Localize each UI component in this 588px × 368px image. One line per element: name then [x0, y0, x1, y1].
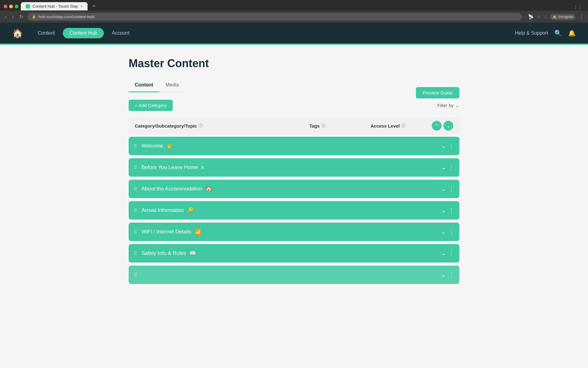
category-info-icon[interactable]: ⓘ — [199, 123, 203, 128]
nav-link-content-hub[interactable]: Content Hub — [63, 28, 104, 38]
row-menu-button[interactable]: ⋮ — [448, 185, 454, 193]
forward-button[interactable]: › — [11, 13, 15, 21]
bell-icon[interactable]: 🔔 — [568, 29, 576, 37]
category-row-safety[interactable]: ⠿ Safety Info & Rules 📖 ⌄ ⋮ — [129, 244, 459, 263]
drag-handle[interactable]: ⠿ — [134, 165, 137, 171]
access-info-icon[interactable]: ⓘ — [401, 123, 405, 128]
drag-handle[interactable]: ⠿ — [134, 229, 137, 235]
filter-by-dropdown[interactable]: Filter by ⌄ — [437, 103, 459, 108]
th-tags-label: Tags — [309, 123, 320, 128]
row-right-accommodation: ⌄ ⋮ — [441, 185, 454, 193]
address-text: hub.touchstay.com/content-hub/ — [39, 14, 95, 19]
tab-media[interactable]: Media — [159, 79, 185, 92]
cast-icon[interactable]: 📡 — [528, 14, 534, 20]
expand-icon[interactable]: ⌄ — [441, 250, 446, 257]
expand-icon[interactable]: ⌄ — [441, 186, 446, 192]
browser-chrome: Content Hub - Touch Stay × + ⋮⋮ ‹ › ↻ 🔒 … — [0, 0, 588, 23]
drag-handle[interactable]: ⠿ — [134, 143, 137, 149]
tab-title: Content Hub - Touch Stay — [32, 4, 78, 9]
lock-icon: 🔒 — [32, 15, 36, 19]
nav-link-guides[interactable]: Content — [32, 28, 60, 38]
expand-icon[interactable]: ⌄ — [441, 143, 446, 149]
welcome-icon: ✋ — [166, 143, 173, 149]
th-category-label: Category/Subcategory/Topic — [135, 123, 197, 128]
row-right-safety: ⌄ ⋮ — [441, 250, 454, 257]
tab-search-icon[interactable]: □ — [544, 14, 547, 19]
home-icon: 🏠 — [205, 186, 212, 192]
category-name-wifi: WiFi / Internet Details 📶 — [141, 228, 441, 235]
drag-handle[interactable]: ⠿ — [134, 208, 137, 213]
browser-menu-button[interactable]: ⋮ — [579, 13, 584, 20]
star-icon[interactable]: ☆ — [537, 14, 541, 20]
row-menu-button[interactable]: ⋮ — [448, 164, 454, 171]
sort-down-button[interactable]: ⌄ — [443, 121, 453, 131]
row-right-before: ⌄ ⋮ — [441, 164, 454, 171]
row-menu-button[interactable]: ⋮ — [448, 228, 454, 236]
category-row-before-you-leave[interactable]: ⠿ Before You Leave Home ≡ ⌄ ⋮ — [129, 158, 459, 177]
tab-close-button[interactable]: × — [81, 4, 83, 9]
content-tabs: Content Media — [129, 79, 185, 92]
drag-handle[interactable]: ⠿ — [134, 251, 137, 256]
dot-red[interactable] — [4, 5, 7, 8]
row-menu-button[interactable]: ⋮ — [448, 142, 454, 150]
category-row-accommodation[interactable]: ⠿ About the Accommodation 🏠 ⌄ ⋮ — [129, 180, 459, 198]
category-row-wifi[interactable]: ⠿ WiFi / Internet Details 📶 ⌄ ⋮ — [129, 223, 459, 241]
dot-green[interactable] — [15, 5, 18, 8]
category-row-partial[interactable]: ⠿ ⌄ ⋮ — [129, 266, 459, 284]
category-name-safety: Safety Info & Rules 📖 — [141, 250, 441, 257]
row-menu-button[interactable]: ⋮ — [448, 250, 454, 257]
row-right-arrival: ⌄ ⋮ — [441, 207, 454, 214]
drag-handle[interactable]: ⠿ — [134, 272, 137, 278]
page-title: Master Content — [129, 57, 459, 70]
app-nav: 🏠 Content Content Hub Account Help & Sup… — [0, 23, 588, 44]
category-name-arrival: Arrival Information 🔑 — [141, 207, 441, 214]
category-name-welcome: Welcome ✋ — [141, 143, 441, 149]
browser-toolbar-icons: 📡 ☆ □ — [528, 14, 547, 20]
category-name-before-you-leave: Before You Leave Home ≡ — [141, 164, 441, 171]
filter-chevron-icon: ⌄ — [455, 103, 459, 108]
toolbar-row: + Add Category Filter by ⌄ — [129, 100, 459, 111]
expand-icon[interactable]: ⌄ — [441, 164, 446, 171]
expand-icon[interactable]: ⌄ — [441, 271, 446, 278]
drag-handle[interactable]: ⠿ — [134, 186, 137, 192]
wifi-icon: 📶 — [194, 228, 201, 235]
filter-by-label: Filter by — [437, 103, 454, 108]
list-icon: ≡ — [201, 164, 204, 171]
th-tags: Tags ⓘ — [309, 123, 371, 128]
address-bar[interactable]: 🔒 hub.touchstay.com/content-hub/ — [28, 13, 522, 21]
incognito-badge: 🕵 Incognito — [550, 14, 576, 20]
back-button[interactable]: ‹ — [4, 13, 8, 21]
nav-link-account[interactable]: Account — [106, 28, 135, 38]
row-right-partial: ⌄ ⋮ — [441, 271, 454, 278]
tab-favicon — [26, 4, 30, 9]
category-row-welcome[interactable]: ⠿ Welcome ✋ ⌄ ⋮ — [129, 137, 459, 155]
dot-yellow[interactable] — [9, 5, 13, 8]
book-icon: 📖 — [189, 250, 196, 257]
sort-up-button[interactable]: ⌃ — [432, 121, 442, 131]
preview-guide-button[interactable]: Preview Guide — [416, 87, 459, 98]
refresh-button[interactable]: ↻ — [18, 13, 24, 21]
nav-right: Help & Support 🔍 🔔 — [515, 29, 576, 37]
table-header: Category/Subcategory/Topic ⓘ Tags ⓘ Acce… — [129, 117, 459, 134]
expand-icon[interactable]: ⌄ — [441, 207, 446, 214]
expand-icon[interactable]: ⌄ — [441, 228, 446, 235]
browser-tab-active[interactable]: Content Hub - Touch Stay × — [21, 2, 88, 10]
th-access-level: Access Level ⓘ — [371, 123, 432, 128]
new-tab-button[interactable]: + — [90, 2, 98, 11]
row-menu-button[interactable]: ⋮ — [448, 207, 454, 214]
row-menu-button[interactable]: ⋮ — [448, 271, 454, 278]
browser-addressbar: ‹ › ↻ 🔒 hub.touchstay.com/content-hub/ 📡… — [0, 11, 588, 23]
th-access-label: Access Level — [371, 123, 400, 128]
tab-list-button[interactable]: ⋮⋮ — [571, 3, 584, 11]
category-row-arrival[interactable]: ⠿ Arrival Information 🔑 ⌄ ⋮ — [129, 201, 459, 220]
tags-info-icon[interactable]: ⓘ — [322, 123, 326, 128]
key-icon: 🔑 — [187, 207, 194, 214]
search-icon[interactable]: 🔍 — [554, 29, 562, 37]
incognito-label: Incognito — [558, 15, 573, 19]
help-support-link[interactable]: Help & Support — [515, 30, 548, 36]
row-right-wifi: ⌄ ⋮ — [441, 228, 454, 236]
add-category-button[interactable]: + Add Category — [129, 100, 173, 111]
tab-content[interactable]: Content — [129, 79, 159, 92]
app-logo[interactable]: 🏠 — [12, 28, 23, 38]
incognito-icon: 🕵 — [552, 15, 557, 19]
